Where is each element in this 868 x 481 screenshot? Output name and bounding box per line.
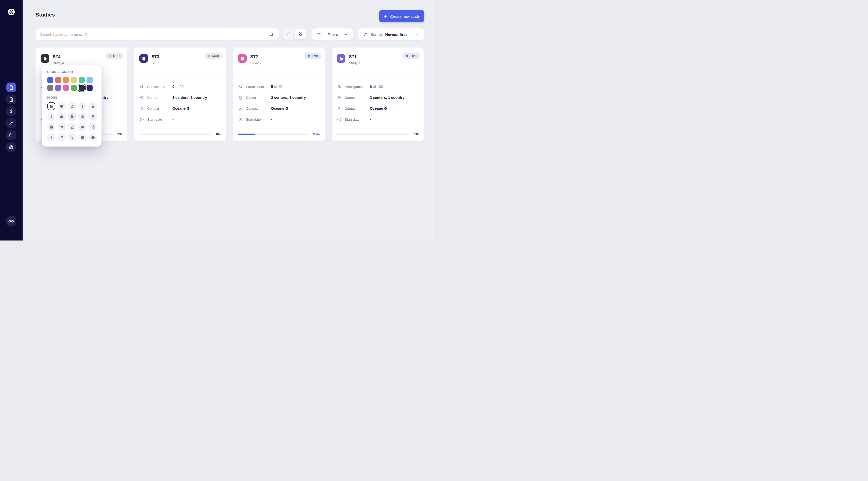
status-label: Live [410, 54, 416, 58]
row-label: Center [345, 96, 370, 99]
icon-option-stethoscope[interactable] [89, 123, 97, 131]
search-input[interactable] [40, 32, 269, 36]
sidebar-item-billing[interactable] [6, 107, 16, 116]
icon-option-graduation-cap[interactable] [58, 123, 66, 131]
icon-option-pill-bottle[interactable] [47, 113, 55, 121]
user-avatar[interactable]: OG [6, 216, 16, 226]
study-card[interactable]: ST1 Study 1 Live Participants 0 of 100 C… [332, 48, 424, 141]
icon-option-capsule[interactable] [79, 102, 87, 110]
row-label: Participants [246, 85, 271, 89]
center-value: 2 centers, 1 country [370, 95, 405, 99]
filters-dropdown[interactable]: Filters [312, 28, 353, 40]
document-icon [9, 85, 14, 90]
start-date-row: Start date - [337, 116, 418, 123]
search-icon[interactable] [269, 32, 274, 37]
icon-option-grid [47, 102, 96, 142]
sidebar-item-team[interactable] [6, 118, 16, 128]
icon-option-cross-circle[interactable] [89, 133, 97, 142]
color-swatch-3[interactable] [71, 77, 77, 83]
color-swatch-1[interactable] [55, 77, 61, 83]
color-swatch-2[interactable] [63, 77, 69, 83]
sort-value: Newest first [385, 32, 407, 36]
center-row: Center 2 centers, 1 country [337, 94, 418, 101]
status-badge: Draft [106, 53, 123, 59]
study-id: ST2 [250, 54, 261, 59]
color-swatch-11[interactable] [87, 85, 93, 91]
icon-option-briefcase[interactable] [47, 123, 55, 131]
study-icon[interactable] [140, 54, 148, 63]
icon-option-chat[interactable] [79, 123, 87, 131]
color-swatch-8[interactable] [63, 85, 69, 91]
icon-option-dna[interactable] [89, 113, 97, 121]
study-card[interactable]: ST3 ST 3 Draft Participants 0 of 20 Cent… [134, 48, 226, 141]
color-swatch-0[interactable] [47, 77, 53, 83]
icon-option-person[interactable] [68, 102, 76, 110]
progress-bar: 24% [238, 132, 320, 136]
card-divider [233, 76, 325, 77]
sidebar-item-schedule[interactable] [6, 130, 16, 140]
study-document-icon [339, 56, 344, 61]
document-plus-icon [9, 97, 14, 102]
map-pin-icon [337, 95, 342, 100]
study-icon[interactable] [238, 54, 247, 63]
sidebar-item-create-study[interactable] [6, 94, 16, 104]
contact-value: Océane G [370, 107, 387, 111]
list-view-button[interactable] [284, 29, 294, 39]
row-label: Participants [147, 85, 172, 89]
color-swatch-6[interactable] [47, 85, 53, 91]
center-value: 3 centers, 1 country [172, 95, 207, 99]
study-name: Study 4 [53, 61, 64, 65]
study-icon[interactable] [337, 54, 345, 63]
icon-option-arrow-down-right[interactable] [68, 133, 76, 142]
status-badge: Live [305, 53, 321, 59]
icon-option-check-circle[interactable] [79, 133, 87, 142]
map-pin-icon [140, 95, 144, 100]
participants-total: of 10 [273, 85, 282, 89]
icon-option-microscope[interactable] [68, 123, 76, 131]
clock-icon [238, 117, 243, 122]
icon-option-arrow-up-right[interactable] [58, 133, 66, 142]
person-icon [337, 106, 342, 111]
row-label: Participants [345, 85, 370, 89]
icon-option-flask[interactable] [89, 102, 97, 110]
icon-option-smartwatch[interactable] [47, 133, 55, 142]
icon-option-first-aid-kit[interactable] [58, 113, 66, 121]
participants-total: of 100 [372, 85, 383, 89]
card-divider [332, 76, 424, 77]
color-swatch-grid [47, 77, 96, 91]
row-label: Start date [345, 118, 370, 121]
icon-option-virus[interactable] [79, 113, 87, 121]
participants-icon [238, 84, 243, 89]
icon-color-picker-popup: CHOOSE COLOR ICONS [42, 65, 101, 147]
sidebar-item-studies[interactable] [6, 83, 16, 92]
grid-view-icon [298, 32, 303, 37]
sidebar-item-settings[interactable] [6, 142, 16, 152]
app-window: OG Studies Create new study Fi [0, 0, 434, 241]
status-badge: Live [403, 53, 420, 59]
icons-label: ICONS [47, 96, 96, 99]
sort-dropdown[interactable]: Sort by: Newest first [358, 28, 424, 40]
color-swatch-4[interactable] [79, 77, 85, 83]
participants-count: 0 [172, 85, 174, 89]
study-id: ST1 [349, 54, 360, 59]
color-swatch-7[interactable] [55, 85, 61, 91]
app-logo-icon [7, 8, 16, 17]
start-date-value: - [370, 117, 371, 121]
participants-total: of 20 [174, 85, 184, 89]
icon-option-document[interactable] [47, 102, 55, 110]
view-mode-toggle [283, 28, 307, 40]
color-swatch-5[interactable] [87, 77, 93, 83]
color-swatch-10[interactable] [79, 85, 85, 91]
status-label: Draft [212, 54, 219, 58]
study-card[interactable]: ST2 Study 2 Live Participants 5 of 10 Ce… [233, 48, 325, 141]
plus-icon [383, 14, 387, 18]
icon-option-medical-clipboard[interactable] [68, 113, 76, 121]
participants-count: 5 [271, 85, 273, 89]
progress-label: 0% [210, 132, 221, 136]
study-icon[interactable] [41, 54, 49, 63]
create-new-study-button[interactable]: Create new study [379, 10, 424, 22]
grid-view-button[interactable] [295, 29, 306, 39]
icon-option-head-pulse[interactable] [58, 102, 66, 110]
study-name: Study 2 [250, 61, 261, 65]
color-swatch-9[interactable] [71, 85, 77, 91]
